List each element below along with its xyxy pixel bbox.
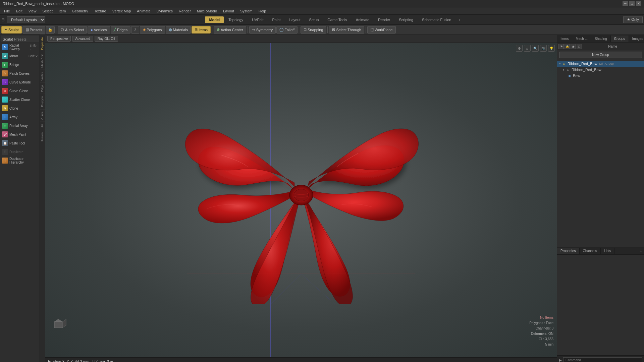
menu-render[interactable]: Render: [176, 8, 194, 14]
sidetab-duplicate[interactable]: Duplicate: [40, 35, 45, 52]
viewport-zoom-icon[interactable]: 🔍: [532, 45, 539, 52]
sculpt-button[interactable]: ✦ Sculpt: [1, 26, 22, 34]
menu-view[interactable]: View: [26, 8, 39, 14]
tool-paste-tool[interactable]: 📋 Paste Tool: [1, 139, 39, 147]
viewport-home-icon[interactable]: ⌂: [524, 45, 531, 52]
tab-animate[interactable]: Animate: [352, 16, 373, 23]
advanced-button[interactable]: Advanced: [72, 36, 93, 42]
tool-clone[interactable]: ⎘ Clone: [1, 104, 39, 113]
polygons-button[interactable]: ◈ Polygons: [140, 26, 165, 34]
sidetab-polygon[interactable]: Polygon: [40, 94, 45, 109]
tool-scatter-clone[interactable]: ⁚ Scatter Clone: [1, 95, 39, 104]
menu-animate[interactable]: Animate: [134, 8, 153, 14]
viewport-settings-icon[interactable]: ⚙: [516, 45, 523, 52]
tool-array[interactable]: ⊞ Array: [1, 113, 39, 121]
tab-uvedit[interactable]: UVEdit: [248, 16, 267, 23]
rp-lock-icon[interactable]: 🔒: [565, 44, 570, 49]
menu-edit[interactable]: Edit: [13, 8, 25, 14]
ray-gl-button[interactable]: Ray GL: Off: [95, 36, 118, 42]
menu-texture[interactable]: Texture: [92, 8, 109, 14]
bt-channels[interactable]: Channels: [580, 248, 601, 254]
tool-curve-extrude[interactable]: ⤵ Curve Extrude: [1, 78, 39, 86]
viewport-camera-icon[interactable]: 📷: [540, 45, 547, 52]
only-button[interactable]: ★ Only: [623, 16, 643, 23]
new-group-button[interactable]: New Group: [559, 52, 642, 58]
menu-system[interactable]: System: [237, 8, 255, 14]
nav-cube[interactable]: [50, 314, 67, 330]
tab-setup[interactable]: Setup: [305, 16, 323, 23]
workplane-button[interactable]: ⬚ WorkPlane: [367, 26, 396, 34]
vertices-button[interactable]: ● Vertices: [88, 26, 110, 34]
symmetry-button[interactable]: ⇔ Symmetry: [249, 26, 276, 34]
tool-mirror[interactable]: ⇌ Mirror Shift-V: [1, 52, 39, 60]
rp-vis-icon[interactable]: ◉: [571, 44, 576, 49]
sidetab-curve[interactable]: Curve: [40, 109, 45, 122]
tool-mesh-paint[interactable]: 🖌 Mesh Paint: [1, 130, 39, 139]
bt-properties[interactable]: Properties: [557, 248, 580, 254]
maximize-button[interactable]: □: [629, 1, 635, 6]
menu-maxtomodo[interactable]: MaxToModo: [194, 8, 220, 14]
close-button[interactable]: ✕: [636, 1, 641, 6]
autoselect-button[interactable]: ⬡ Auto Select: [58, 26, 87, 34]
menu-dynamics[interactable]: Dynamics: [154, 8, 175, 14]
rptab-groups[interactable]: Groups: [611, 36, 629, 42]
items-button[interactable]: ⊞ Items: [192, 26, 211, 34]
minimize-button[interactable]: ─: [623, 1, 628, 6]
tab-scripting[interactable]: Scripting: [395, 16, 417, 23]
edges-button[interactable]: ╱ Edges: [111, 26, 130, 34]
tool-radial-array[interactable]: ◎ Radial Array: [1, 121, 39, 130]
menu-item[interactable]: Item: [56, 8, 68, 14]
sidetab-fusion[interactable]: Fusion: [40, 130, 45, 143]
tab-schematic[interactable]: Schematic Fusion: [418, 16, 455, 23]
tab-layout[interactable]: Layout: [285, 16, 305, 23]
tab-topology[interactable]: Topology: [224, 16, 247, 23]
tree-item-ribbon-red-bow-group[interactable]: ▾ ⊞ Ribbon_Red_Bow (2) : Group: [557, 61, 644, 67]
bt-lists[interactable]: Lists: [601, 248, 615, 254]
menu-select[interactable]: Select: [40, 8, 55, 14]
rptab-shading[interactable]: Shading: [591, 36, 611, 42]
tree-item-ribbon-red-bow[interactable]: ▸ ⊡ Ribbon_Red_Bow: [561, 67, 644, 73]
sidetab-uv[interactable]: UV: [40, 122, 45, 130]
ribbon-bow-label: Ribbon_Red_Bow: [572, 68, 601, 72]
menu-layout[interactable]: Layout: [220, 8, 237, 14]
tool-bridge[interactable]: ⊓ Bridge: [1, 60, 39, 69]
tool-curve-clone[interactable]: ⊕ Curve Clone: [1, 86, 39, 95]
rptab-images[interactable]: Images: [629, 36, 644, 42]
3d-viewport[interactable]: No Items Polygons : Face Channels: 0 Def…: [45, 43, 557, 357]
rptab-mesh[interactable]: Mesh ...: [572, 36, 591, 42]
tab-gametools[interactable]: Game Tools: [323, 16, 351, 23]
snapping-button[interactable]: ⊡ Snapping: [301, 26, 326, 34]
command-input[interactable]: [563, 357, 642, 362]
right-panel: Items Mesh ... Shading Groups Images + 👁…: [557, 35, 644, 362]
rp-eye-icon[interactable]: 👁: [558, 44, 564, 49]
menu-file[interactable]: File: [1, 8, 13, 14]
tree-item-bow[interactable]: ▣ Bow: [565, 73, 644, 79]
sidetab-mesh-edit[interactable]: Mesh Edit: [40, 52, 45, 70]
tab-render[interactable]: Render: [374, 16, 394, 23]
tab-model[interactable]: Model: [205, 16, 224, 23]
presets-button[interactable]: ▤ Presets: [22, 26, 45, 34]
viewport-light-icon[interactable]: 💡: [548, 45, 555, 52]
autoselect-label: Auto Select: [65, 28, 84, 32]
action-center-button[interactable]: ⊕ Action Center: [214, 26, 246, 34]
tool-duplicate[interactable]: ⎘ Duplicate: [1, 147, 39, 156]
perspective-button[interactable]: Perspective: [47, 36, 71, 42]
add-mode-tab[interactable]: +: [456, 16, 463, 23]
layout-dropdown[interactable]: Default Layouts: [7, 16, 45, 23]
rp-render-icon[interactable]: □: [577, 44, 582, 49]
tool-patch-curves[interactable]: ∿ Patch Curves: [1, 69, 39, 78]
falloff-button[interactable]: ◯ Falloff: [276, 26, 298, 34]
bt-add[interactable]: +: [638, 248, 644, 254]
menu-geometry[interactable]: Geometry: [69, 8, 91, 14]
tool-duplicate-hierarchy[interactable]: ⋮ Duplicate Hierarchy: [1, 156, 39, 165]
sidetab-edge[interactable]: Edge: [40, 82, 45, 94]
tool-radial-sweep[interactable]: ↻ Radial Sweep Shift-L: [1, 43, 39, 52]
materials-button[interactable]: ◍ Materials: [166, 26, 191, 34]
selectthrough-button[interactable]: ⊠ Select Through: [329, 26, 364, 34]
rptab-items[interactable]: Items: [557, 36, 572, 42]
menu-help[interactable]: Help: [256, 8, 269, 14]
sidetab-vertex[interactable]: Vertex: [40, 70, 45, 83]
preset-lock[interactable]: 🔒: [46, 26, 55, 34]
tab-paint[interactable]: Paint: [268, 16, 284, 23]
menu-vertexmap[interactable]: Vertex Map: [110, 8, 134, 14]
